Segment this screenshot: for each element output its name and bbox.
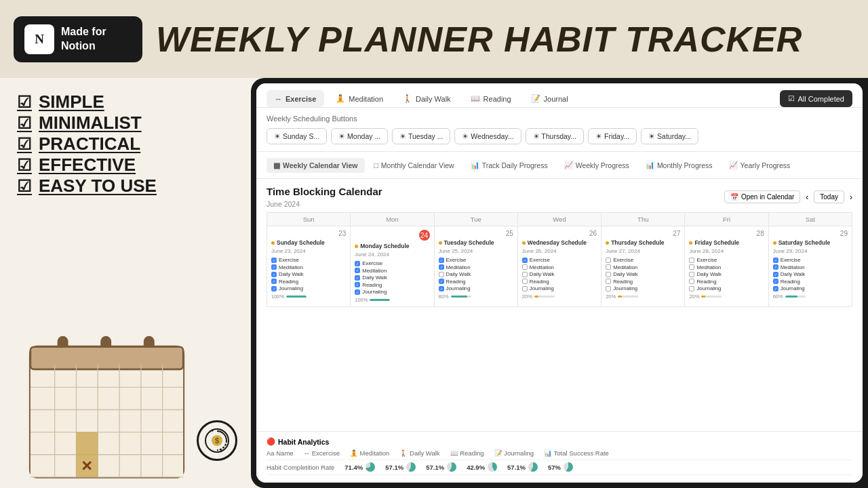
cell-task[interactable]: Journaling [773,285,848,291]
calendar-nav-tab[interactable]: 📈Yearly Progress [722,157,797,173]
cell-task[interactable]: Meditation [439,264,513,270]
task-checkbox[interactable] [773,258,778,263]
cell-task[interactable]: Daily Walk [773,271,848,277]
calendar-cell[interactable]: 23Sunday ScheduleJune 23, 2024ExerciseMe… [267,226,350,306]
task-checkbox[interactable] [689,272,694,277]
prev-button[interactable]: ‹ [806,192,808,202]
cell-task[interactable]: Daily Walk [689,271,764,277]
task-checkbox[interactable] [271,279,277,284]
calendar-cell[interactable]: 28Friday ScheduleJune 28, 2024ExerciseMe… [685,226,768,306]
task-checkbox[interactable] [271,272,277,277]
task-checkbox[interactable] [606,272,611,277]
task-checkbox[interactable] [773,279,778,284]
habit-tab[interactable]: 📝Journal [523,90,576,107]
cell-task[interactable]: Exercise [439,257,513,263]
cell-task[interactable]: Reading [271,279,346,285]
habit-tab[interactable]: 📖Reading [462,90,519,107]
cell-task[interactable]: Reading [439,279,513,285]
task-checkbox[interactable] [522,279,528,284]
cell-task[interactable]: Journaling [271,285,346,291]
cell-task[interactable]: Meditation [689,264,764,270]
calendar-cell[interactable]: 27Thursday ScheduleJune 27, 2024Exercise… [601,226,684,306]
calendar-nav-tab[interactable]: 📊Monthly Progress [639,157,719,173]
task-checkbox[interactable] [606,279,611,284]
habit-tab[interactable]: 🚶Daily Walk [395,90,459,107]
day-button[interactable]: ☀ Sunday S... [267,128,327,144]
task-checkbox[interactable] [355,282,360,287]
cell-task[interactable]: Meditation [606,264,680,270]
cell-task[interactable]: Daily Walk [439,271,513,277]
cell-task[interactable]: Exercise [522,257,597,263]
task-checkbox[interactable] [271,258,277,263]
calendar-cell[interactable]: 26Wednesday ScheduleJune 26, 2024Exercis… [518,226,601,306]
task-checkbox[interactable] [271,264,277,270]
habit-tab[interactable]: 🧘Meditation [328,90,391,107]
calendar-nav-tab[interactable]: 📊Track Daily Progress [464,157,555,173]
task-checkbox[interactable] [606,258,611,263]
task-checkbox[interactable] [355,268,360,273]
task-checkbox[interactable] [773,272,778,277]
day-button[interactable]: ☀ Saturday... [641,128,698,144]
task-checkbox[interactable] [689,286,694,291]
cell-task[interactable]: Exercise [689,257,764,263]
calendar-cell[interactable]: 29Saturday ScheduleJune 29, 2024Exercise… [769,226,852,306]
cell-task[interactable]: Journaling [606,285,680,291]
cell-task[interactable]: Reading [606,279,680,285]
day-button[interactable]: ☀ Thursday... [526,128,584,144]
calendar-nav-tab[interactable]: 📈Weekly Progress [557,157,636,173]
cell-task[interactable]: Exercise [606,257,680,263]
cell-task[interactable]: Exercise [773,257,848,263]
open-calendar-button[interactable]: 📅 Open in Calendar [724,190,800,203]
cell-task[interactable]: Journaling [439,285,513,291]
calendar-nav-tab[interactable]: ▦Weekly Calendar View [267,158,365,173]
cell-task[interactable]: Meditation [522,264,597,270]
task-checkbox[interactable] [355,261,360,266]
task-checkbox[interactable] [355,289,360,295]
habit-tab[interactable]: ☑All Completed [780,90,852,107]
cell-task[interactable]: Meditation [355,268,429,274]
task-checkbox[interactable] [522,258,528,263]
task-checkbox[interactable] [522,272,528,277]
today-button[interactable]: Today [814,190,844,203]
cell-task[interactable]: Daily Walk [522,271,597,277]
cell-task[interactable]: Reading [522,279,597,285]
cell-task[interactable]: Exercise [271,257,346,263]
task-checkbox[interactable] [439,286,444,291]
habit-tab[interactable]: ↔Exercise [267,90,324,107]
task-checkbox[interactable] [439,264,444,270]
cell-task[interactable]: Exercise [355,260,429,266]
task-checkbox[interactable] [606,264,611,270]
task-checkbox[interactable] [773,286,778,291]
task-checkbox[interactable] [522,264,528,270]
task-checkbox[interactable] [606,286,611,291]
day-button[interactable]: ☀ Wednesday... [454,128,521,144]
cell-task[interactable]: Journaling [355,289,429,295]
cell-task[interactable]: Journaling [522,285,597,291]
cell-task[interactable]: Reading [355,282,429,288]
task-checkbox[interactable] [439,279,444,284]
task-checkbox[interactable] [439,258,444,263]
day-button[interactable]: ☀ Monday ... [331,128,388,144]
calendar-cell[interactable]: 24Monday ScheduleJune 24, 2024ExerciseMe… [351,226,433,306]
cell-task[interactable]: Daily Walk [606,271,680,277]
calendar-cell[interactable]: 25Tuesday ScheduleJune 25, 2024ExerciseM… [435,226,517,306]
cell-task[interactable]: Daily Walk [271,271,346,277]
cell-task[interactable]: Journaling [689,285,764,291]
task-checkbox[interactable] [355,275,360,281]
task-checkbox[interactable] [522,286,528,291]
cell-task[interactable]: Meditation [773,264,848,270]
calendar-nav-tab[interactable]: □Monthly Calendar View [368,158,461,173]
task-checkbox[interactable] [689,279,694,284]
task-checkbox[interactable] [439,272,444,277]
cell-task[interactable]: Daily Walk [355,274,429,281]
task-checkbox[interactable] [773,264,778,270]
day-button[interactable]: ☀ Friday... [588,128,637,144]
cell-task[interactable]: Reading [689,279,764,285]
task-checkbox[interactable] [689,258,694,263]
day-button[interactable]: ☀ Tuesday ... [392,128,450,144]
task-checkbox[interactable] [689,264,694,270]
cell-task[interactable]: Meditation [271,264,346,270]
cell-task[interactable]: Reading [773,279,848,285]
next-button[interactable]: › [850,192,852,202]
task-checkbox[interactable] [271,286,277,291]
